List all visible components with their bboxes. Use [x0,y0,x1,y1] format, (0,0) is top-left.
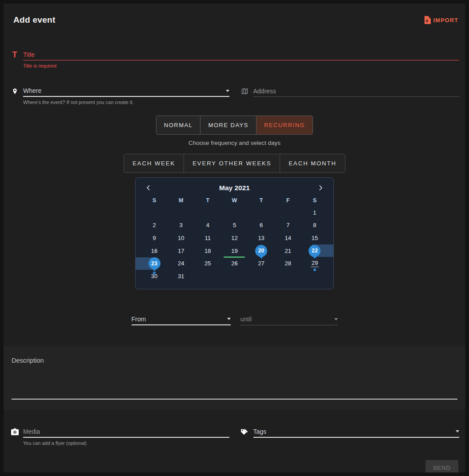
calendar-day[interactable]: 10 [168,232,194,244]
title-placeholder: Title [23,51,35,58]
tab-normal[interactable]: NORMAL [156,116,200,134]
frequency-hint-text: Choose frequency and select days [4,140,465,146]
calendar-weekdays: SMTWTFS [141,195,328,206]
calendar-day[interactable]: 21 [275,244,301,257]
address-input[interactable]: Address [253,85,460,97]
chevron-down-icon [456,430,459,432]
where-label: Where [23,87,41,94]
send-row: SEND [4,460,465,472]
map-icon [240,88,250,95]
calendar: May 2021 SMTWTFS 12345678910111213141516… [135,177,334,289]
weekday-header: F [275,195,301,206]
day-number: 27 [258,260,264,267]
description-label: Description [12,357,465,364]
frequency-options: EACH WEEK EVERY OTHER WEEKS EACH MONTH [4,154,465,173]
calendar-day[interactable]: 29 [301,257,328,270]
every-other-weeks-button[interactable]: EVERY OTHER WEEKS [184,154,280,172]
description-section: Description [4,346,465,409]
chevron-left-icon[interactable] [144,184,152,192]
page-title: Add event [13,15,56,25]
calendar-day[interactable]: 12 [221,232,248,244]
media-input[interactable]: Media [23,426,229,438]
calendar-day[interactable]: 2 [141,219,168,232]
event-mode-tabs: NORMAL MORE DAYS RECURRING [4,116,465,135]
day-number: 19 [231,248,237,254]
title-field-row: T Title Title is required [4,49,465,68]
tags-icon [240,428,250,436]
calendar-header: May 2021 [141,183,328,195]
import-button[interactable]: IMPORT [424,16,458,24]
calendar-day-empty [301,270,328,283]
from-select[interactable]: From [132,314,231,325]
calendar-day-empty [168,206,194,219]
dialog-header: Add event IMPORT [4,4,465,25]
media-placeholder: Media [23,428,40,435]
calendar-day-empty [275,206,301,219]
calendar-day-empty [141,206,168,219]
calendar-grid: 1234567891011121314151617181920212223242… [141,206,328,283]
calendar-day[interactable]: 11 [194,232,221,244]
chevron-right-icon[interactable] [317,184,325,192]
chevron-down-icon [227,318,231,320]
calendar-day-empty [194,206,221,219]
day-number: 18 [204,248,211,254]
calendar-day[interactable]: 31 [168,270,194,283]
calendar-day-empty [221,270,248,283]
calendar-day[interactable]: 7 [275,219,301,232]
text-icon: T [10,50,20,60]
calendar-day[interactable]: 23 [141,257,168,270]
each-month-button[interactable]: EACH MONTH [280,154,345,172]
calendar-day[interactable]: 16 [141,244,168,257]
calendar-day[interactable]: 15 [301,232,328,244]
calendar-day[interactable]: 26 [221,257,248,270]
where-helper-text: Where's the event? If not present you ca… [23,100,229,105]
day-number: 16 [151,248,157,254]
calendar-day[interactable]: 24 [168,257,194,270]
where-select[interactable]: Where [23,85,229,97]
file-import-icon [424,16,431,24]
calendar-day[interactable]: 5 [221,219,248,232]
calendar-day[interactable]: 9 [141,232,168,244]
tags-select[interactable]: Tags [253,426,460,438]
calendar-day[interactable]: 27 [248,257,275,270]
day-number: 28 [285,260,291,267]
calendar-day[interactable]: 18 [194,244,221,257]
calendar-day[interactable]: 28 [275,257,301,270]
calendar-day[interactable]: 22 [301,244,328,257]
each-week-button[interactable]: EACH WEEK [124,154,184,172]
description-input[interactable] [12,399,457,400]
day-number: 15 [312,235,318,241]
calendar-day[interactable]: 4 [194,219,221,232]
day-number: 29 [311,260,319,267]
import-label: IMPORT [433,17,458,24]
selected-day-marker: 23 [148,257,160,269]
weekday-header: S [301,195,328,206]
tab-more-days[interactable]: MORE DAYS [200,116,256,134]
calendar-day[interactable]: 17 [168,244,194,257]
calendar-day[interactable]: 1 [301,206,328,219]
tab-recurring[interactable]: RECURRING [256,116,313,134]
weekday-header: W [221,195,248,206]
calendar-day[interactable]: 13 [248,232,275,244]
address-placeholder: Address [253,88,276,95]
calendar-day-empty [248,270,275,283]
day-number: 10 [178,235,184,241]
where-address-row: Where Where's the event? If not present … [4,85,465,105]
title-input[interactable]: Title [23,49,459,60]
tags-label: Tags [253,428,267,435]
calendar-day[interactable]: 3 [168,219,194,232]
calendar-day[interactable]: 30 [141,270,168,283]
send-button[interactable]: SEND [425,460,458,472]
calendar-day[interactable]: 19 [221,244,248,257]
calendar-month-title: May 2021 [219,184,250,192]
calendar-day[interactable]: 14 [275,232,301,244]
chevron-down-icon [334,318,338,320]
day-number: 11 [205,235,211,241]
selected-day-marker: 22 [309,245,321,257]
calendar-day[interactable]: 8 [301,219,328,232]
calendar-day[interactable]: 6 [248,219,275,232]
calendar-day[interactable]: 25 [194,257,221,270]
weekday-header: S [141,195,168,206]
until-select[interactable]: until [241,314,338,325]
calendar-day[interactable]: 20 [248,244,275,257]
